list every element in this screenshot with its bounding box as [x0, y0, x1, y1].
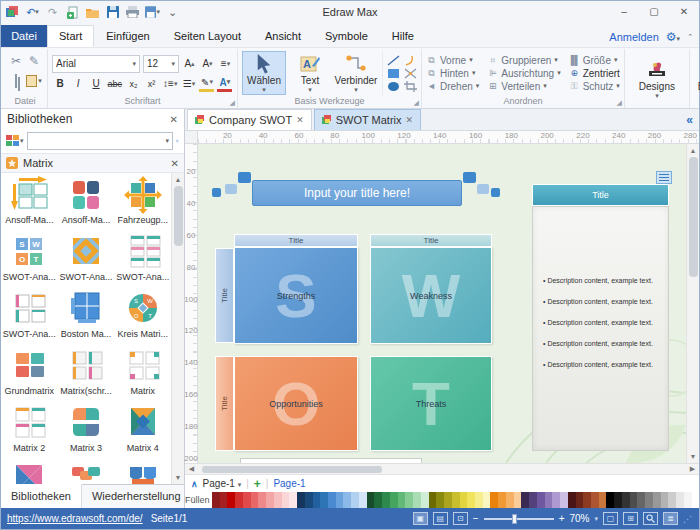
- font-name-combo[interactable]: Arial▾: [52, 55, 140, 73]
- color-swatch[interactable]: [258, 492, 266, 508]
- library-item[interactable]: Matrix 4: [114, 404, 171, 461]
- format-painter-button[interactable]: ✎: [29, 54, 39, 68]
- schriftart-dialog-launcher-icon[interactable]: ◢: [230, 99, 235, 107]
- scroll-up-icon[interactable]: ▲: [690, 144, 697, 157]
- color-swatch[interactable]: [537, 492, 545, 508]
- library-item[interactable]: Ansoff-Ma...: [1, 176, 58, 233]
- library-item[interactable]: Matrix: [114, 347, 171, 404]
- drawing-canvas[interactable]: Input your title here! Title Title Title…: [198, 144, 686, 463]
- color-swatch[interactable]: [676, 492, 684, 508]
- color-swatch[interactable]: [668, 492, 676, 508]
- color-swatch[interactable]: [444, 492, 452, 508]
- settings-gear-icon[interactable]: ⚙▾: [666, 30, 680, 44]
- scrollbar-thumb[interactable]: [689, 157, 698, 277]
- page-selector[interactable]: Page-1 ▾: [203, 478, 242, 489]
- color-swatch[interactable]: [235, 492, 243, 508]
- scroll-down-icon[interactable]: ▼: [175, 471, 182, 484]
- color-swatch[interactable]: [382, 492, 390, 508]
- curve-tool-icon[interactable]: [404, 55, 417, 66]
- color-swatch[interactable]: [545, 492, 553, 508]
- color-swatch[interactable]: [227, 492, 235, 508]
- size-button[interactable]: ▐▌Größe▾: [569, 55, 620, 66]
- library-item[interactable]: SWOT-Ana...: [114, 233, 171, 290]
- rotate-button[interactable]: ◄Drehen▾: [426, 81, 479, 92]
- line-tool-icon[interactable]: [387, 55, 400, 66]
- color-swatch[interactable]: [436, 492, 444, 508]
- italic-button[interactable]: I: [71, 76, 86, 92]
- zoom-level[interactable]: 70%: [569, 513, 589, 524]
- color-swatch[interactable]: [220, 492, 228, 508]
- banner-decor-square[interactable]: [225, 184, 237, 194]
- color-swatch[interactable]: [653, 492, 661, 508]
- column-header-1[interactable]: Title: [234, 234, 358, 247]
- color-swatch[interactable]: [297, 492, 305, 508]
- color-swatch[interactable]: [606, 492, 614, 508]
- color-swatch[interactable]: [560, 492, 568, 508]
- color-swatch[interactable]: [460, 492, 468, 508]
- rectangle-tool-icon[interactable]: [387, 68, 400, 79]
- color-swatch[interactable]: [320, 492, 328, 508]
- highlight-color-button[interactable]: ✎▾: [199, 76, 214, 92]
- color-swatch[interactable]: [367, 492, 375, 508]
- color-swatch[interactable]: [289, 492, 297, 508]
- quadrant-threats[interactable]: T Threats: [370, 356, 492, 451]
- color-swatch[interactable]: [568, 492, 576, 508]
- ellipse-tool-icon[interactable]: [387, 81, 400, 92]
- color-swatch[interactable]: [521, 492, 529, 508]
- save-button[interactable]: [105, 5, 120, 20]
- library-item-partial[interactable]: [1, 461, 58, 484]
- print-button[interactable]: [125, 5, 140, 20]
- color-swatch[interactable]: [251, 492, 259, 508]
- minimize-button[interactable]: –: [609, 1, 639, 23]
- color-swatch[interactable]: [274, 492, 282, 508]
- scroll-down-icon[interactable]: ▼: [690, 450, 697, 463]
- row-header-1[interactable]: Title: [215, 248, 234, 343]
- color-swatch[interactable]: [405, 492, 413, 508]
- notes-view-icon[interactable]: ≣: [663, 512, 678, 525]
- magnifier-icon[interactable]: [643, 512, 658, 525]
- collapse-pages-icon[interactable]: ∧: [191, 479, 198, 489]
- align-button[interactable]: ≡▾: [218, 56, 233, 72]
- matrix-section-close-icon[interactable]: ✕: [171, 158, 179, 169]
- doc-tab-swot-matrix[interactable]: SWOT Matrix ✕: [314, 109, 421, 130]
- library-item[interactable]: SWOT-Ana...: [58, 233, 115, 290]
- color-swatch[interactable]: [514, 492, 522, 508]
- sign-in-link[interactable]: Anmelden: [609, 31, 659, 43]
- color-swatch[interactable]: [313, 492, 321, 508]
- color-swatch[interactable]: [305, 492, 313, 508]
- scrollbar-thumb[interactable]: [174, 186, 183, 246]
- color-swatch[interactable]: [374, 492, 382, 508]
- library-item[interactable]: SWOT-Ana...: [1, 290, 58, 347]
- library-item[interactable]: SWOT Kreis Matri...: [114, 290, 171, 347]
- library-item-partial[interactable]: [58, 461, 115, 484]
- color-swatch[interactable]: [599, 492, 607, 508]
- bearbeiten-button[interactable]: Bearbeiten ▾: [694, 59, 700, 100]
- export-button[interactable]: ▾: [145, 5, 160, 20]
- tab-wiederherstellung[interactable]: Wiederherstellung: [82, 485, 192, 508]
- subscript-button[interactable]: x₂: [126, 76, 141, 92]
- bullet-list-button[interactable]: ☰▾: [181, 76, 196, 92]
- color-swatch[interactable]: [429, 492, 437, 508]
- color-swatch[interactable]: [282, 492, 290, 508]
- tab-einfuegen[interactable]: Einfügen: [94, 25, 161, 47]
- color-swatch[interactable]: [328, 492, 336, 508]
- connector-tool-button[interactable]: Verbinder ▾: [334, 51, 378, 95]
- collapse-ribbon-icon[interactable]: ⌃: [687, 33, 693, 41]
- superscript-button[interactable]: x²: [144, 76, 159, 92]
- fit-view-icon[interactable]: ▤: [433, 512, 448, 525]
- tab-bibliotheken[interactable]: Bibliotheken: [1, 484, 82, 508]
- select-tool-button[interactable]: Wählen ▾: [242, 51, 286, 95]
- anordnen-dialog-launcher-icon[interactable]: ◢: [617, 99, 622, 107]
- color-swatch[interactable]: [490, 492, 498, 508]
- color-swatch[interactable]: [266, 492, 274, 508]
- group-button[interactable]: ⌗Gruppieren▾: [487, 55, 560, 66]
- font-color-button[interactable]: A▾: [217, 76, 232, 92]
- grow-font-button[interactable]: A▴: [182, 56, 197, 72]
- zoom-out-icon[interactable]: −: [473, 513, 479, 524]
- color-swatch[interactable]: [622, 492, 630, 508]
- maximize-button[interactable]: ▢: [639, 1, 669, 23]
- banner-decor-square[interactable]: [463, 172, 476, 183]
- import-button[interactable]: [65, 5, 80, 20]
- canvas-vscrollbar[interactable]: ▲ ▼: [686, 144, 699, 463]
- color-swatch[interactable]: [637, 492, 645, 508]
